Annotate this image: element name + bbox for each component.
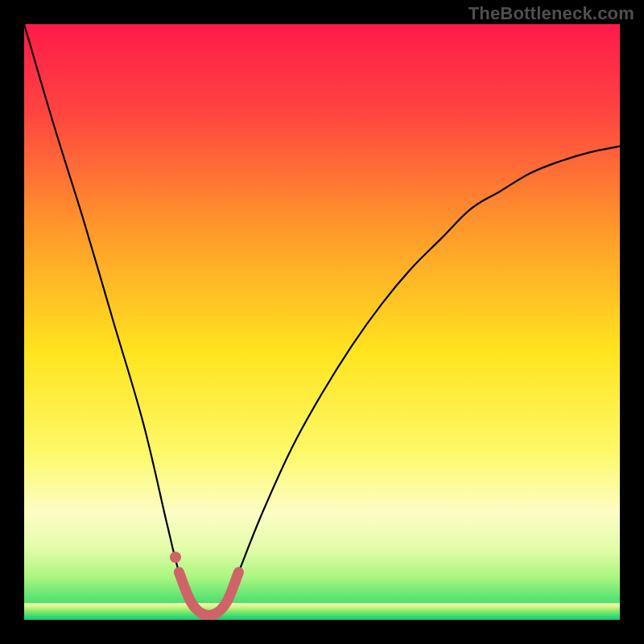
- watermark-text: TheBottleneck.com: [469, 3, 634, 24]
- highlight-dot-icon: [170, 551, 181, 563]
- chart-frame: TheBottleneck.com: [0, 0, 644, 644]
- bottleneck-chart: [24, 24, 620, 620]
- svg-rect-6: [24, 603, 620, 606]
- green-band: [24, 603, 620, 620]
- plot-area: [24, 24, 620, 620]
